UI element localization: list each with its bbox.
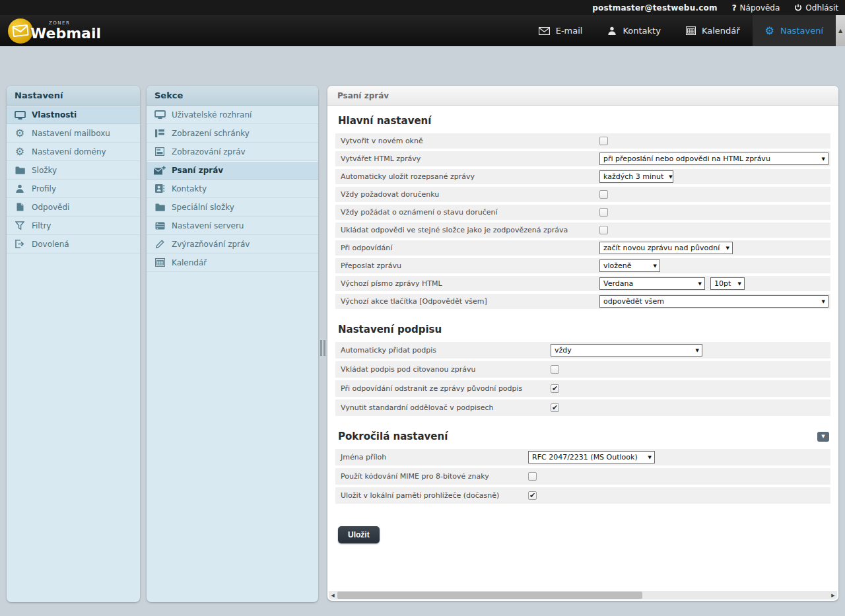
select-dropdown[interactable]: při přeposlání nebo odpovědi na HTML zpr… [599,153,828,165]
section-item-specialni-slozky[interactable]: Speciální složky [147,198,318,217]
sidebar-item-nastaveni-domeny[interactable]: ⚙Nastavení domény [7,143,140,161]
checkbox-unchecked[interactable] [599,226,608,234]
chevron-down-icon: ▼ [663,174,672,180]
section-item-psani-zprav[interactable]: Psaní zpráv [147,161,318,180]
setting-controls: každých 3 minut▼ [599,169,828,184]
splitter-grip[interactable] [320,340,325,356]
nav-item-e-mail[interactable]: E-mail [526,15,595,46]
sidebar-item-label: Speciální složky [172,203,234,212]
exit-icon [13,240,26,248]
setting-label: Vynutit standardní oddělovač v podpisech [341,403,493,412]
setting-controls: odpovědět všem▼ [599,294,828,309]
checkbox-unchecked[interactable] [599,208,608,217]
logout-link[interactable]: Odhlásit [794,3,838,13]
sidebar-item-label: Nastavení serveru [172,221,244,230]
person-icon [13,184,26,193]
sidebar-item-label: Kontakty [172,184,207,193]
sidebar-item-label: Složky [32,166,57,175]
select-dropdown[interactable]: odpovědět všem▼ [599,295,828,308]
setting-controls: ✔ [551,399,828,416]
section-item-zobrazeni-schranky[interactable]: Zobrazení schránky [147,124,318,143]
chevron-down-icon: ▼ [691,348,699,353]
help-link[interactable]: ? Nápověda [732,3,780,13]
settings-row: Vynutit standardní oddělovač v podpisech… [335,399,830,416]
sidebar-item-label: Zobrazování zpráv [172,147,246,156]
select-dropdown[interactable]: Verdana▼ [599,277,705,290]
sidebar-item-profily[interactable]: Profily [7,180,140,198]
select-dropdown[interactable]: RFC 2047/2231 (MS Outlook)▼ [528,451,655,463]
topbar: postmaster@testwebu.com ? Nápověda Odhlá… [0,0,845,15]
setting-controls [599,133,828,149]
collapse-section-button[interactable]: ▼ [817,432,829,442]
select-value: vloženě [603,261,632,270]
compose-icon [153,166,166,175]
sidebar-item-label: Nastavení domény [32,147,106,156]
setting-controls [599,222,828,238]
section-sidebar-items: Uživatelské rozhraníZobrazení schránkyZo… [147,106,318,272]
scroll-right-arrow-icon[interactable]: ▶ [829,591,837,599]
section-item-kalendar[interactable]: Kalendář [147,254,318,272]
nav-item-kalendar[interactable]: Kalendář [673,15,753,46]
scrollbar-thumb[interactable] [337,592,642,599]
settings-row: Uložit v lokální paměti prohlížeče (doča… [335,487,830,504]
nav-item-kontakty[interactable]: Kontakty [595,15,673,46]
brand-name: Webmail [30,26,101,41]
section-item-kontakty[interactable]: Kontakty [147,180,318,198]
server-icon [153,222,166,230]
section-item-uzivatelske-rozhrani[interactable]: Uživatelské rozhraní [147,106,318,124]
sidebar-item-dovolena[interactable]: Dovolená [7,235,140,254]
user-email: postmaster@testwebu.com [592,3,717,13]
section-item-zobrazovani-zprav[interactable]: Zobrazování zpráv [147,143,318,161]
section-heading-row: Pokročilá nastavení▼ [338,430,829,442]
calendar-icon [153,258,166,267]
panel-splitter [318,86,327,601]
section-nastaveni-podpisu: Nastavení podpisuAutomaticky přidat podp… [335,324,830,416]
select-dropdown[interactable]: začít novou zprávu nad původní▼ [599,242,733,254]
monitor-icon [13,111,26,120]
nav-item-nastaveni[interactable]: ⚙Nastavení [753,15,836,46]
select-dropdown[interactable]: každých 3 minut▼ [599,170,673,183]
sidebar-item-slozky[interactable]: Složky [7,161,140,180]
sidebar-item-vlastnosti[interactable]: Vlastnosti [7,106,140,124]
main-panel: Psaní zpráv Hlavní nastaveníVytvořit v n… [327,86,838,601]
setting-controls: vždy▼ [551,342,828,359]
settings-sidebar: Nastavení Vlastnosti⚙Nastavení mailboxu⚙… [7,86,140,602]
setting-label: Výchozí akce tlačítka [Odpovědět všem] [341,297,487,306]
setting-label: Jména příloh [341,453,386,462]
select-dropdown[interactable]: vždy▼ [551,344,702,357]
envelope-icon [539,27,550,35]
section-pokrocila-nastaveni: Pokročilá nastavení▼Jména přílohRFC 2047… [335,430,830,504]
gear-icon: ⚙ [13,147,26,157]
checkbox-checked[interactable]: ✔ [551,403,559,412]
sidebar-item-label: Vlastnosti [32,110,77,120]
checkbox-unchecked[interactable] [551,365,559,374]
save-button[interactable]: Uložit [338,526,380,543]
scroll-left-arrow-icon[interactable]: ◀ [329,591,337,599]
select-dropdown[interactable]: vloženě▼ [599,259,660,272]
select-dropdown[interactable]: 10pt▼ [710,277,745,290]
nav-scroll-strip[interactable]: ▲ [836,15,845,46]
checkbox-unchecked[interactable] [599,190,608,199]
section-heading-row: Hlavní nastavení [338,115,829,127]
settings-row: Použít kódování MIME pro 8-bitové znaky [335,468,830,485]
logout-label: Odhlásit [805,3,838,13]
select-value: RFC 2047/2231 (MS Outlook) [532,453,638,462]
sidebar-item-nastaveni-mailboxu[interactable]: ⚙Nastavení mailboxu [7,124,140,143]
settings-row: Při odpovídánízačít novou zprávu nad pův… [335,240,830,256]
checkbox-unchecked[interactable] [528,472,537,481]
message-view-icon [153,147,166,156]
select-value: vždy [555,346,572,355]
checkbox-checked[interactable]: ✔ [551,384,559,393]
chevron-down-icon: ▼ [643,455,652,460]
section-item-nastaveni-serveru[interactable]: Nastavení serveru [147,217,318,235]
setting-controls [599,187,828,202]
section-title: Pokročilá nastavení [338,430,448,442]
checkbox-checked[interactable]: ✔ [528,491,537,500]
sidebar-item-odpovedi[interactable]: Odpovědi [7,198,140,217]
settings-row: Přeposlat zprávuvloženě▼ [335,258,830,273]
checkbox-unchecked[interactable] [599,137,608,145]
chevron-down-icon: ▼ [817,156,825,162]
section-item-zvyraznovani-zprav[interactable]: Zvýrazňování zpráv [147,235,318,254]
nav-item-label: Kontakty [623,26,660,36]
sidebar-item-filtry[interactable]: Filtry [7,217,140,235]
